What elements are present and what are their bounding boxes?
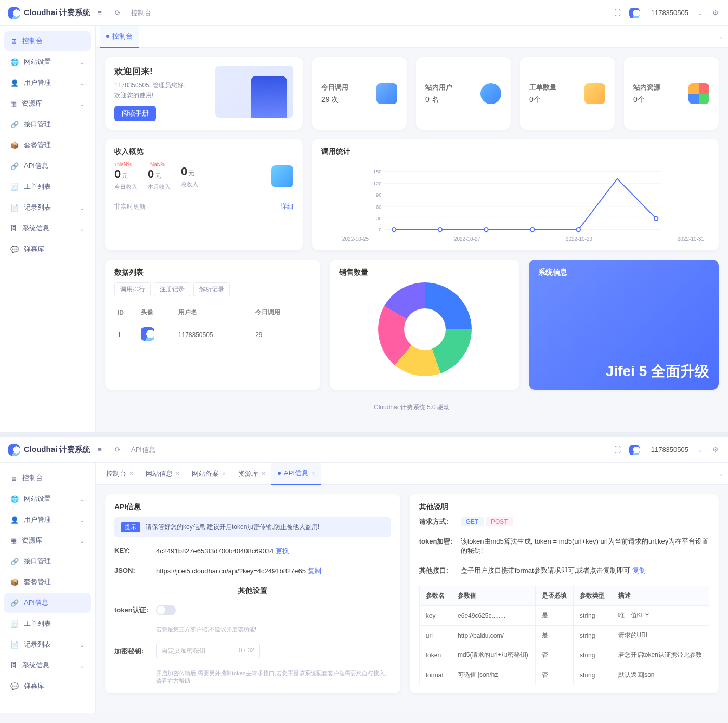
sidebar-item-danmu[interactable]: 💬弹幕库 [4,239,91,259]
other-notes-card: 其他说明 请求方式: GET POST token加密: 该token由md5算… [410,494,719,693]
svg-text:120: 120 [373,181,382,186]
api-icon: 🔗 [10,599,19,607]
chat-icon: 💬 [10,682,19,690]
read-manual-button[interactable]: 阅读手册 [114,106,156,121]
fullscreen-icon[interactable]: ⛶ [614,446,622,454]
menu-toggle-icon[interactable]: ≡ [96,9,104,17]
close-icon[interactable]: × [222,470,226,477]
close-icon[interactable]: × [129,470,133,477]
svg-point-15 [530,228,534,231]
svg-point-17 [654,217,658,221]
brand-logo[interactable]: Cloudhai 计费系统 [8,7,96,19]
breadcrumb: API信息 [131,445,155,455]
sidebar-item-plans[interactable]: 📦套餐管理 [4,572,91,592]
chevron-down-icon[interactable]: ⌄ [718,33,724,41]
footer-driver: Cloudhai 计费系统 5.0 驱动 [105,403,719,412]
sidebar-item-system[interactable]: 🗄系统信息⌄ [4,218,91,238]
chevron-down-icon: ⌄ [79,641,85,649]
stat-card-calls: 今日调用29 次 [312,57,407,130]
secret-input[interactable]: 自定义加密秘钥 0 / 32 [156,643,260,659]
ticket-icon: 🧾 [10,620,19,628]
chevron-down-icon[interactable]: ⌄ [718,470,724,477]
sidebar-item-records[interactable]: 📄记录列表⌄ [4,198,91,217]
tab-site-record[interactable]: 网站备案× [186,463,232,485]
refresh-icon[interactable]: ⟳ [113,446,122,454]
subtab-parse[interactable]: 解析记录 [193,282,230,296]
monitor-icon: 🖥 [10,474,17,482]
ticket-icon: 🧾 [10,183,19,191]
chevron-down-icon[interactable]: ⌄ [696,9,704,17]
chat-icon: 💬 [10,246,19,253]
user-id[interactable]: 1178350505 [651,446,688,454]
token-auth-toggle[interactable] [156,605,176,615]
chevron-down-icon: ⌄ [79,225,85,233]
sidebar-item-api[interactable]: 🔗API信息 [4,156,91,176]
sidebar-item-dashboard[interactable]: 🖥控制台 [4,31,91,51]
tab-api[interactable]: API信息× [271,463,321,485]
welcome-illustration [215,66,293,118]
replace-key-link[interactable]: 更换 [276,547,289,555]
tab-site-info[interactable]: 网站信息× [139,463,186,485]
gear-icon[interactable]: ⚙ [711,446,720,454]
svg-point-13 [438,228,442,231]
list-icon: 📄 [10,204,19,212]
sidebar-item-dashboard[interactable]: 🖥控制台 [4,468,91,488]
gear-icon[interactable]: ⚙ [711,9,720,17]
subtab-register[interactable]: 注册记录 [154,282,190,296]
tab-resources[interactable]: 资源库× [232,463,271,485]
chevron-down-icon: ⌄ [79,516,85,524]
close-icon[interactable]: × [311,470,315,477]
monitor-icon: 🖥 [10,37,17,45]
sidebar-item-interface[interactable]: 🔗接口管理 [4,551,91,571]
logo-icon [8,7,20,19]
chevron-down-icon[interactable]: ⌄ [696,446,704,454]
sales-card: 销售数量 [330,260,519,390]
sidebar-item-api[interactable]: 🔗API信息 [4,593,91,613]
close-icon[interactable]: × [262,470,265,477]
refresh-icon[interactable]: ⟳ [113,9,122,17]
grid-icon: ▦ [10,537,17,545]
grid-icon: ▦ [10,100,17,108]
sidebar-item-user-mgmt[interactable]: 👤用户管理⌄ [4,510,91,530]
sidebar-item-plans[interactable]: 📦套餐管理 [4,135,91,155]
sidebar-item-site-settings[interactable]: 🌐网站设置⌄ [4,52,91,72]
stat-card-users: 站内用户0 名 [416,57,511,130]
income-detail-link[interactable]: 详细 [281,202,293,211]
sysinfo-card[interactable]: 系统信息 Jifei 5 全面升级 [529,260,719,390]
sidebar-item-interface[interactable]: 🔗接口管理 [4,114,91,134]
welcome-title: 欢迎回来! [114,66,208,78]
svg-point-16 [577,228,580,231]
table-row: format可选值 json/hz否string默认返回json [419,665,709,685]
tab-dashboard[interactable]: 控制台× [100,463,139,485]
list-icon: 📄 [10,641,19,649]
tip-alert: 提示 请保管好您的key信息,建议开启token加密传输,防止被他人盗用! [114,517,391,537]
sidebar-item-danmu[interactable]: 💬弹幕库 [4,676,91,696]
sidebar-item-resources[interactable]: ▦资源库⌄ [4,531,91,550]
sidebar-item-resources[interactable]: ▦资源库⌄ [4,94,91,113]
copy-iface-link[interactable]: 复制 [632,566,646,574]
method-get-badge: GET [461,517,484,526]
sidebar-item-user-mgmt[interactable]: 👤用户管理⌄ [4,73,91,93]
menu-toggle-icon[interactable]: ≡ [96,446,104,454]
user-id[interactable]: 1178350505 [651,9,688,17]
sidebar-item-records[interactable]: 📄记录列表⌄ [4,635,91,654]
table-row[interactable]: 1 1178350505 29 [114,322,311,347]
brand-logo[interactable]: Cloudhai 计费系统 [8,444,96,456]
dot-icon [106,35,109,38]
sidebar-item-tickets[interactable]: 🧾工单列表 [4,177,91,197]
chevron-down-icon: ⌄ [79,495,85,503]
cube-icon [376,83,397,104]
copy-json-link[interactable]: 复制 [308,567,321,575]
sidebar-item-system[interactable]: 🗄系统信息⌄ [4,655,91,675]
sidebar-item-tickets[interactable]: 🧾工单列表 [4,614,91,634]
sidebar-item-site-settings[interactable]: 🌐网站设置⌄ [4,489,91,509]
fullscreen-icon[interactable]: ⛶ [614,9,622,17]
subtab-rank[interactable]: 调用排行 [114,282,151,296]
tab-dashboard[interactable]: 控制台 [100,26,139,48]
chevron-down-icon: ⌄ [79,58,85,66]
table-header: ID头像用户名今日调用 [114,303,311,322]
dot-icon [278,472,281,475]
svg-text:90: 90 [376,193,381,198]
close-icon[interactable]: × [176,470,179,477]
method-post-badge: POST [486,517,513,526]
